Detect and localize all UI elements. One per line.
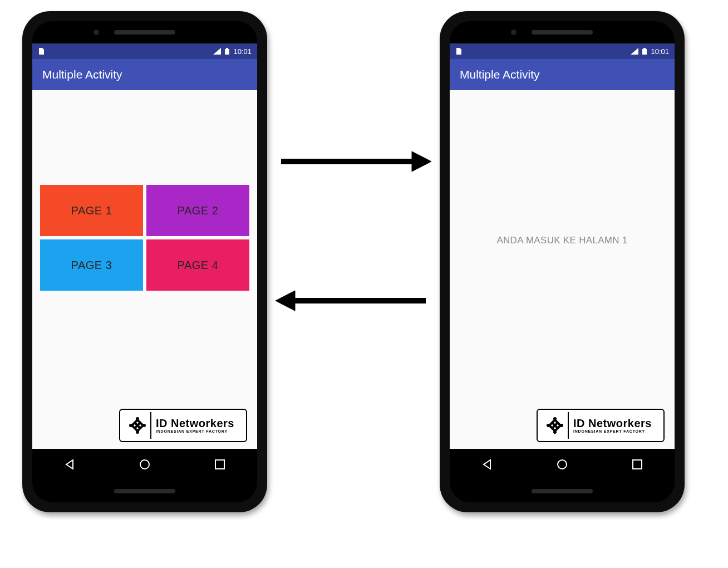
status-left-icons <box>455 48 462 55</box>
android-nav-bar <box>32 449 257 480</box>
android-nav-bar <box>450 449 675 480</box>
svg-rect-15 <box>633 460 642 469</box>
status-left-icons <box>38 48 45 55</box>
phone-frame: 10:01 Multiple Activity PAGE 1 PAGE 2 PA… <box>32 21 257 502</box>
camera-icon <box>94 30 99 35</box>
logo-title: ID Networkers <box>156 418 234 429</box>
svg-rect-8 <box>642 49 647 55</box>
status-bar: 10:01 <box>32 43 257 59</box>
speaker-icon <box>532 489 593 493</box>
speaker-icon <box>114 30 175 35</box>
camera-icon <box>511 30 517 35</box>
logo-subtitle: INDONESIAN EXPERT FACTORY <box>573 429 652 433</box>
logo-badge: ID Networkers INDONESIAN EXPERT FACTORY <box>119 409 247 442</box>
speaker-icon <box>114 489 175 493</box>
phone-detail: 10:01 Multiple Activity ANDA MASUK KE HA… <box>440 11 685 512</box>
app-bar: Multiple Activity <box>450 59 675 90</box>
sim-icon <box>455 48 462 55</box>
nav-home-icon[interactable] <box>556 458 568 471</box>
nav-home-icon[interactable] <box>139 458 151 471</box>
phone-main: 10:01 Multiple Activity PAGE 1 PAGE 2 PA… <box>22 11 267 512</box>
svg-marker-17 <box>412 151 431 172</box>
logo-text: ID Networkers INDONESIAN EXPERT FACTORY <box>573 418 652 433</box>
phone-bottom-bezel <box>450 480 675 502</box>
app-title: Multiple Activity <box>42 68 122 81</box>
nav-recent-icon[interactable] <box>631 458 643 471</box>
logo-icon <box>542 412 569 439</box>
status-bar: 10:01 <box>450 43 675 59</box>
status-time: 10:01 <box>651 47 669 56</box>
sim-icon <box>38 48 45 55</box>
navigation-diagram: 10:01 Multiple Activity PAGE 1 PAGE 2 PA… <box>0 0 728 568</box>
screen: 10:01 Multiple Activity PAGE 1 PAGE 2 PA… <box>32 43 257 480</box>
svg-rect-1 <box>226 48 228 49</box>
signal-icon <box>631 48 638 55</box>
svg-point-6 <box>140 460 149 469</box>
status-right-icons: 10:01 <box>213 47 252 56</box>
page2-button[interactable]: PAGE 2 <box>146 185 249 236</box>
svg-rect-0 <box>225 49 229 55</box>
svg-marker-19 <box>276 291 295 311</box>
svg-rect-7 <box>215 460 224 469</box>
phone-top-bezel <box>450 21 675 43</box>
detail-message: ANDA MASUK KE HALAMN 1 <box>450 235 675 246</box>
page-button-grid: PAGE 1 PAGE 2 PAGE 3 PAGE 4 <box>40 185 249 291</box>
logo-badge: ID Networkers INDONESIAN EXPERT FACTORY <box>537 409 665 442</box>
battery-icon <box>642 48 647 55</box>
page1-button[interactable]: PAGE 1 <box>40 185 143 236</box>
logo-icon <box>125 412 151 439</box>
nav-back-icon[interactable] <box>481 458 493 471</box>
nav-recent-icon[interactable] <box>214 458 226 471</box>
content-main: PAGE 1 PAGE 2 PAGE 3 PAGE 4 <box>32 90 257 449</box>
battery-icon <box>224 48 230 55</box>
status-right-icons: 10:01 <box>631 47 669 56</box>
app-title: Multiple Activity <box>460 68 540 81</box>
svg-point-14 <box>558 460 567 469</box>
page4-button[interactable]: PAGE 4 <box>146 239 249 291</box>
phone-bottom-bezel <box>32 480 257 502</box>
arrow-back-icon <box>276 284 431 317</box>
app-bar: Multiple Activity <box>32 59 257 90</box>
logo-title: ID Networkers <box>573 418 652 429</box>
arrow-forward-icon <box>276 145 431 178</box>
screen: 10:01 Multiple Activity ANDA MASUK KE HA… <box>450 43 675 480</box>
phone-frame: 10:01 Multiple Activity ANDA MASUK KE HA… <box>450 21 675 502</box>
nav-back-icon[interactable] <box>63 458 76 471</box>
phone-top-bezel <box>32 21 257 43</box>
status-time: 10:01 <box>233 47 252 56</box>
page3-button[interactable]: PAGE 3 <box>40 239 143 291</box>
logo-text: ID Networkers INDONESIAN EXPERT FACTORY <box>156 418 234 433</box>
content-detail: ANDA MASUK KE HALAMN 1 <box>450 90 675 449</box>
svg-rect-9 <box>643 48 646 49</box>
speaker-icon <box>532 30 593 35</box>
signal-icon <box>213 48 221 55</box>
logo-subtitle: INDONESIAN EXPERT FACTORY <box>156 429 234 433</box>
